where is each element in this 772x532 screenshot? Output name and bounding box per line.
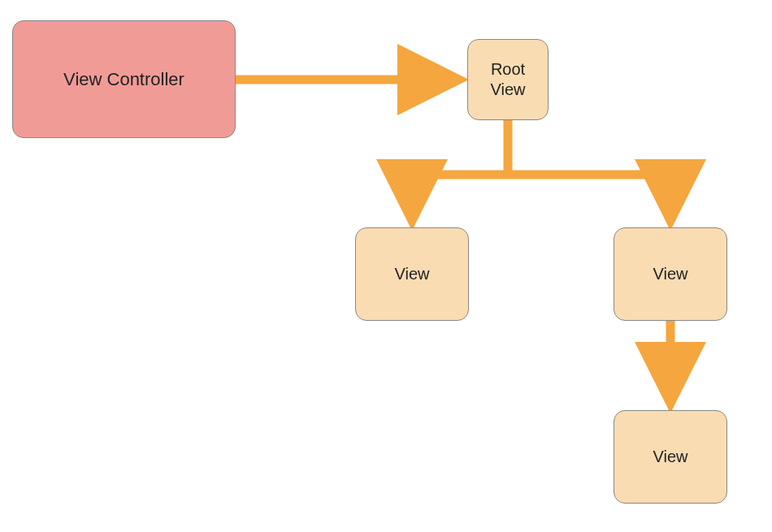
node-label: Root View <box>491 59 526 100</box>
node-label: View <box>653 447 688 467</box>
node-label: View <box>653 264 688 284</box>
node-root-view: Root View <box>467 39 549 120</box>
node-view-controller: View Controller <box>12 20 236 138</box>
diagram-container: View Controller Root View View View View <box>0 0 772 532</box>
node-label: View Controller <box>63 68 184 91</box>
node-view-right: View <box>614 227 727 321</box>
node-view-grandchild: View <box>614 410 727 504</box>
node-label: View <box>395 264 430 284</box>
arrow-root-to-children <box>412 120 670 213</box>
node-view-left: View <box>355 227 469 321</box>
